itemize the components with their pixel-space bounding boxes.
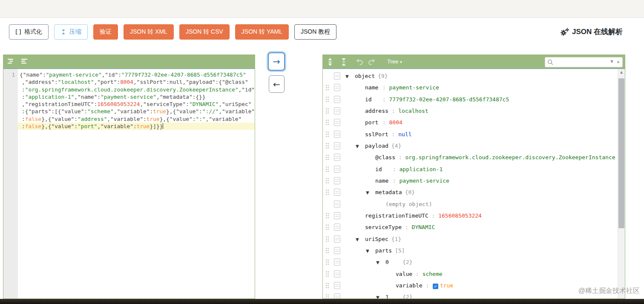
scroll-up-icon[interactable]: ▲ <box>618 69 625 76</box>
collapse-triangle-icon[interactable]: ▼ <box>356 144 365 149</box>
transfer-right-button[interactable]: → <box>268 52 285 71</box>
row-menu-button[interactable] <box>334 84 340 91</box>
drag-handle-icon[interactable] <box>325 294 329 298</box>
code-line[interactable]: :{"parts":[{"value":"scheme","variable":… <box>18 108 255 115</box>
row-menu-button[interactable] <box>334 224 340 231</box>
row-menu-button[interactable] <box>334 119 340 126</box>
row-menu-button[interactable] <box>334 270 340 278</box>
search-prev-icon[interactable]: ▲ <box>616 59 621 64</box>
scrollbar-thumb[interactable] <box>618 78 624 228</box>
row-menu-button[interactable] <box>334 96 340 103</box>
collapse-triangle-icon[interactable]: ▼ <box>345 74 355 79</box>
row-menu-button[interactable] <box>334 282 340 289</box>
tree-field[interactable]: metadata <box>375 189 402 195</box>
tree-field[interactable]: address <box>365 108 388 114</box>
tree-field[interactable]: 0 <box>385 259 400 265</box>
collapse-triangle-icon[interactable]: ▼ <box>376 260 385 265</box>
code-line[interactable]: ,"registrationTimeUTC":1656085053224,"se… <box>18 100 255 108</box>
tree-field[interactable]: value <box>396 271 412 277</box>
tree-field[interactable]: id <box>365 96 379 103</box>
tree-value[interactable]: DYNAMIC <box>412 224 435 230</box>
drag-handle-icon[interactable] <box>325 84 329 91</box>
tree-value[interactable]: 8004 <box>389 119 402 126</box>
code-line[interactable]: {"name":"payment-service","id":"7779f732… <box>18 71 255 78</box>
drag-handle-icon[interactable] <box>325 247 329 254</box>
collapse-triangle-icon[interactable]: ▼ <box>376 295 385 298</box>
collapse-triangle-icon[interactable]: ▼ <box>366 249 375 253</box>
row-menu-button[interactable] <box>334 258 340 266</box>
tree-field[interactable]: payload <box>365 143 388 149</box>
row-menu-button[interactable] <box>334 142 340 149</box>
transfer-left-button[interactable]: ← <box>269 75 285 93</box>
checkbox-checked-icon[interactable]: ✓ <box>433 284 438 289</box>
row-menu-button[interactable] <box>334 131 340 138</box>
collapse-all-icon[interactable] <box>340 58 349 65</box>
expand-all-icon[interactable] <box>327 58 335 65</box>
tree-value[interactable]: 1656085053224 <box>438 212 482 219</box>
tree-field[interactable]: registrationTimeUTC <box>365 212 428 219</box>
row-menu-button[interactable] <box>334 72 340 80</box>
tree-value[interactable]: scheme <box>423 271 443 277</box>
tree-value[interactable]: true <box>440 282 453 289</box>
tree-field[interactable]: @class <box>375 154 395 161</box>
row-menu-button[interactable] <box>334 166 340 173</box>
row-menu-button[interactable] <box>334 212 340 219</box>
code-line[interactable]: ,"address":"localhost","port":8004,"sslP… <box>18 78 255 86</box>
tree-value[interactable]: application-1 <box>399 166 443 172</box>
search-input[interactable] <box>556 58 608 66</box>
search-next-icon[interactable]: ▼ <box>610 59 614 64</box>
collapse-triangle-icon[interactable]: ▼ <box>356 237 365 242</box>
tree-field[interactable]: name <box>365 84 379 91</box>
tree-field[interactable]: uriSpec <box>365 236 388 242</box>
tree-value[interactable]: 7779f732-02ee-4207-8685-d556f73487c5 <box>389 96 509 103</box>
tree-value[interactable]: localhost <box>398 108 428 114</box>
json-to-csv-button[interactable]: JSON 转 CSV <box>179 24 230 40</box>
scrollbar[interactable]: ▲ <box>618 69 625 298</box>
compact-document-icon[interactable] <box>21 58 30 66</box>
json-to-xml-button[interactable]: JSON 转 XML <box>124 24 174 40</box>
row-menu-button[interactable] <box>334 201 340 208</box>
drag-handle-icon[interactable] <box>325 166 329 172</box>
mode-dropdown[interactable]: Tree ▾ <box>387 58 402 65</box>
drag-handle-icon[interactable] <box>325 282 329 289</box>
row-menu-button[interactable] <box>334 107 340 115</box>
row-menu-button[interactable] <box>334 247 340 254</box>
tree-field[interactable]: name <box>375 178 389 184</box>
drag-handle-icon[interactable] <box>325 154 329 161</box>
tree-field[interactable]: parts <box>375 247 392 254</box>
drag-handle-icon[interactable] <box>325 259 329 265</box>
drag-handle-icon[interactable] <box>325 212 329 219</box>
drag-handle-icon[interactable] <box>325 131 329 138</box>
row-menu-button[interactable] <box>334 293 340 298</box>
row-menu-button[interactable] <box>334 177 340 184</box>
json-to-yaml-button[interactable]: JSON 转 YAML <box>235 24 289 40</box>
validate-button[interactable]: 验证 <box>93 24 118 40</box>
drag-handle-icon[interactable] <box>325 236 329 242</box>
drag-handle-icon[interactable] <box>325 224 329 230</box>
row-menu-button[interactable] <box>334 235 340 243</box>
code-area[interactable]: {"name":"payment-service","id":"7779f732… <box>18 69 255 298</box>
format-document-icon[interactable] <box>8 58 16 66</box>
code-line[interactable]: :"org.springframework.cloud.zookeeper.di… <box>18 86 255 93</box>
format-button[interactable]: 格式化 <box>9 24 49 40</box>
code-editor[interactable]: 1 {"name":"payment-service","id":"7779f7… <box>3 69 255 298</box>
tree-field[interactable]: object <box>355 73 375 79</box>
drag-handle-icon[interactable] <box>325 271 329 277</box>
code-line[interactable]: :"application-1","name":"payment-service… <box>18 93 255 100</box>
tree-value[interactable]: payment-service <box>399 178 449 184</box>
tree-field[interactable]: 1 <box>385 294 400 298</box>
compress-button[interactable]: 压缩 <box>54 24 88 40</box>
collapse-triangle-icon[interactable]: ▼ <box>366 190 375 195</box>
tree-field[interactable]: variable <box>396 282 423 289</box>
drag-handle-icon[interactable] <box>325 189 329 195</box>
tree-value[interactable]: null <box>398 131 411 138</box>
drag-handle-icon[interactable] <box>325 96 329 103</box>
redo-icon[interactable] <box>368 58 377 66</box>
tree-field[interactable]: sslPort <box>365 131 388 138</box>
drag-handle-icon[interactable] <box>325 119 329 126</box>
json-tutorial-button[interactable]: JSON 教程 <box>294 24 336 40</box>
row-menu-button[interactable] <box>334 154 340 161</box>
drag-handle-icon[interactable] <box>325 143 329 149</box>
row-menu-button[interactable] <box>334 189 340 196</box>
drag-handle-icon[interactable] <box>325 178 329 184</box>
